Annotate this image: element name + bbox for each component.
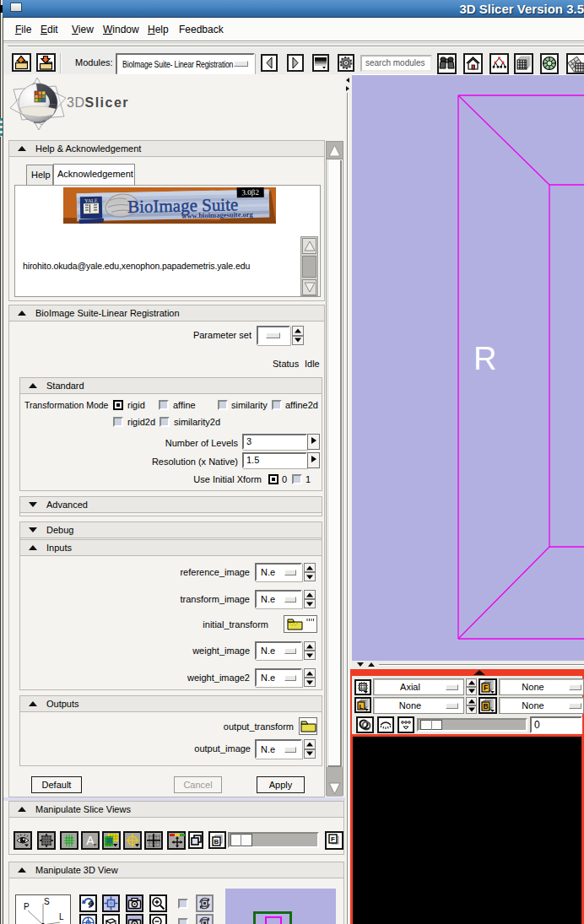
svg-text:F: F <box>331 835 335 843</box>
svg-text:www.bioimagesuite.org: www.bioimagesuite.org <box>181 210 253 220</box>
svg-text:F: F <box>484 684 488 692</box>
svg-text:B: B <box>483 702 488 711</box>
svg-text:YALE: YALE <box>84 198 98 203</box>
svg-text:L: L <box>59 912 64 921</box>
svg-text:3.0β2: 3.0β2 <box>241 188 259 197</box>
svg-text:R: R <box>473 341 496 376</box>
svg-text:A: A <box>86 834 95 847</box>
svg-text:L: L <box>360 703 364 711</box>
svg-text:B: B <box>214 838 219 846</box>
svg-text:S: S <box>44 897 50 906</box>
svg-text:P: P <box>24 902 30 911</box>
